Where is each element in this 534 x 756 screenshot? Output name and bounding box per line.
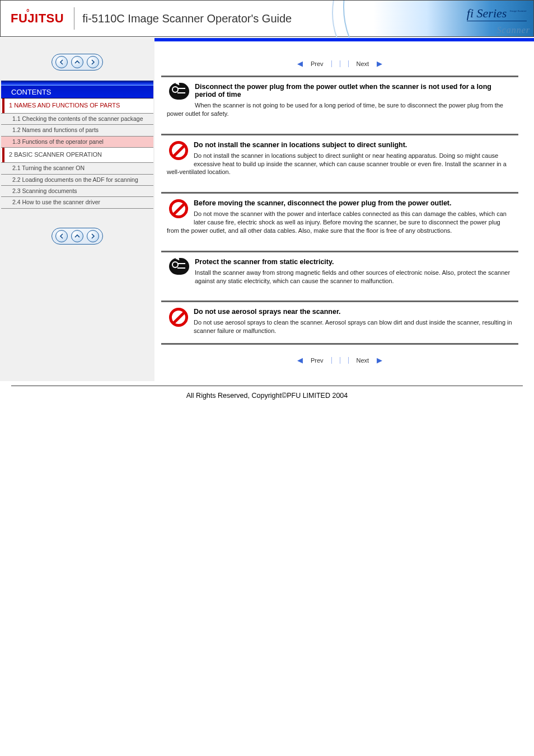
sidebar-item-1-1[interactable]: 1.1 Checking the contents of the scanner… xyxy=(1,114,153,125)
arrow-right-icon xyxy=(90,233,96,239)
footer-copyright: All Rights Reserved, Copyright©PFU LIMIT… xyxy=(0,389,534,422)
info-box-5: Do not use aerosol sprays near the scann… xyxy=(161,300,518,345)
pager-top: ◀ Prev Next ▶ xyxy=(161,59,518,68)
fi-series-sub: Image Scanner xyxy=(510,10,527,12)
pager-prev-label-bottom: Prev xyxy=(311,357,324,364)
sidebar-nav-pill-group xyxy=(51,54,103,71)
info-box-2-text: Do not install the scanner in locations … xyxy=(167,152,513,177)
plug-prongs-icon xyxy=(177,261,186,270)
nav-back-button-2[interactable] xyxy=(55,230,68,242)
header-banner: FUJITSU fi-5110C Image Scanner Operator'… xyxy=(0,0,534,37)
sidebar-nav-top xyxy=(0,54,154,71)
nav-up-button-2[interactable] xyxy=(71,230,83,242)
pager-bottom: ◀ Prev Next ▶ xyxy=(161,356,518,364)
sidebar-nav-bottom xyxy=(0,228,154,245)
unplug-icon xyxy=(169,258,189,275)
sidebar: CONTENTS 1 NAMES AND FUNCTIONS OF PARTS … xyxy=(0,38,154,381)
fujitsu-logo: FUJITSU xyxy=(1,11,74,26)
pager-prev-top[interactable]: ◀ xyxy=(297,59,303,68)
sidebar-item-2-1[interactable]: 2.1 Turning the scanner ON xyxy=(1,163,153,175)
info-box-5-title: Do not use aerosol sprays near the scann… xyxy=(167,308,513,316)
arrow-up-icon xyxy=(74,233,80,239)
plug-arrow-icon xyxy=(175,81,181,86)
sidebar-gloss xyxy=(1,81,153,85)
sidebar-item-1-3[interactable]: 1.3 Functions of the operator panel xyxy=(1,137,153,148)
pager-prev-bottom[interactable]: ◀ xyxy=(297,356,303,364)
info-box-1: Disconnect the power plug from the power… xyxy=(161,76,518,126)
unplug-icon xyxy=(169,83,189,100)
arrow-left-icon xyxy=(59,59,64,65)
info-box-2: Do not install the scanner in locations … xyxy=(161,134,518,185)
sidebar-item-2-4[interactable]: 2.4 How to use the scanner driver xyxy=(1,197,153,209)
prohibit-icon xyxy=(169,199,188,218)
pager-next-bottom[interactable]: ▶ xyxy=(377,356,382,364)
sidebar-item-2-3[interactable]: 2.3 Scanning documents xyxy=(1,186,153,198)
pager-tick xyxy=(340,357,340,364)
sidebar-section-1-header[interactable]: 1 NAMES AND FUNCTIONS OF PARTS xyxy=(1,98,153,114)
pager-tick xyxy=(331,60,332,67)
sidebar-section-2-header[interactable]: 2 BASIC SCANNER OPERATION xyxy=(1,148,153,163)
pager-tick xyxy=(340,60,340,67)
pager-prev-label-top: Prev xyxy=(311,60,324,67)
info-box-5-text: Do not use aerosol sprays to clean the s… xyxy=(167,318,513,335)
footer-divider xyxy=(11,386,523,386)
banner-curves xyxy=(332,1,455,37)
sidebar-contents-link[interactable]: CONTENTS xyxy=(1,85,153,98)
plug-prongs-icon xyxy=(177,86,186,95)
info-box-4-text: Install the scanner away from strong mag… xyxy=(167,269,513,285)
info-box-3-text: Do not move the scanner with the power a… xyxy=(167,210,513,235)
arrow-right-icon xyxy=(90,59,96,65)
fi-series-text: fi Series xyxy=(467,6,507,20)
main-top-blue-bar xyxy=(154,38,534,41)
pager-next-top[interactable]: ▶ xyxy=(377,59,382,68)
info-box-1-title: Disconnect the power plug from the power… xyxy=(167,83,513,98)
nav-forward-button-2[interactable] xyxy=(87,230,99,242)
info-box-2-title: Do not install the scanner in locations … xyxy=(167,141,513,149)
info-box-3: Before moving the scanner, disconnect th… xyxy=(161,192,518,243)
arrow-left-icon xyxy=(59,233,64,239)
main-content: ◀ Prev Next ▶ Disconnect the power plug … xyxy=(154,38,534,381)
pager-next-label-top: Next xyxy=(357,60,369,67)
sidebar-item-2-2[interactable]: 2.2 Loading documents on the ADF for sca… xyxy=(1,175,153,186)
pager-next-label-bottom: Next xyxy=(357,357,369,364)
header-divider xyxy=(74,7,74,30)
fi-series-badge: fi Series Image Scanner xyxy=(467,6,527,21)
arrow-up-icon xyxy=(74,59,80,65)
info-box-4-title: Protect the scanner from static electric… xyxy=(167,258,513,266)
pager-tick xyxy=(348,60,349,67)
plug-arrow-icon xyxy=(175,255,181,260)
nav-forward-button[interactable] xyxy=(87,56,99,68)
nav-up-button[interactable] xyxy=(71,56,83,68)
info-box-1-text: When the scanner is not going to be used… xyxy=(167,101,513,118)
prohibit-icon xyxy=(169,141,188,160)
sidebar-item-1-2[interactable]: 1.2 Names and functions of parts xyxy=(1,125,153,137)
pager-tick xyxy=(348,357,349,364)
info-box-4: Protect the scanner from static electric… xyxy=(161,251,518,293)
page-title: fi-5110C Image Scanner Operator's Guide xyxy=(82,12,292,25)
info-box-3-title: Before moving the scanner, disconnect th… xyxy=(167,199,513,207)
sidebar-nav-pill-group-bottom xyxy=(51,228,103,245)
banner-script-text: Scanner xyxy=(497,25,530,35)
nav-back-button[interactable] xyxy=(55,56,68,68)
document-body: CONTENTS 1 NAMES AND FUNCTIONS OF PARTS … xyxy=(0,38,534,381)
pager-tick xyxy=(331,357,332,364)
